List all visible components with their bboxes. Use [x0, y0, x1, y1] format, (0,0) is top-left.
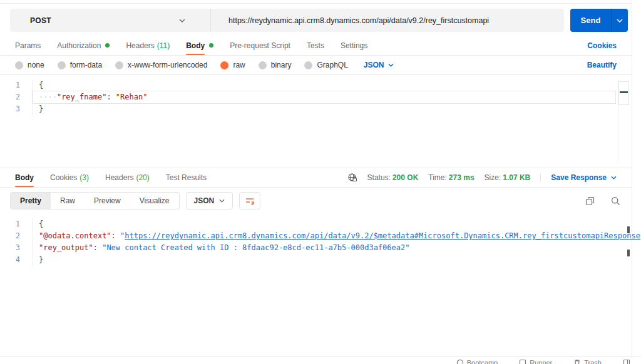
wrap-text-icon [245, 197, 255, 205]
send-button[interactable]: Send [570, 9, 628, 32]
line-number: 4 [0, 254, 33, 266]
code-token: { [39, 220, 43, 228]
response-meta: Status:200 OK Time:273 ms Size:1.07 KB S… [347, 168, 617, 187]
body-mode-binary-label: binary [271, 61, 292, 69]
minimap-viewport [618, 81, 629, 105]
code-line: 4 } [0, 254, 615, 266]
response-headers-count: (20) [136, 173, 149, 182]
chevron-down-icon [219, 199, 225, 203]
view-tab-preview[interactable]: Preview [85, 193, 130, 209]
response-tab-headers[interactable]: Headers (20) [105, 168, 150, 187]
tab-tests-label: Tests [307, 41, 324, 50]
radio-icon [304, 61, 312, 69]
code-line: 2 "@odata.context": "https://reydynamic.… [0, 230, 615, 242]
trash-button[interactable]: Trash [573, 359, 602, 364]
time-value: 273 ms [449, 173, 474, 182]
console-panel-button[interactable] [623, 359, 633, 364]
panel-icon [623, 359, 630, 364]
line-number: 3 [0, 242, 33, 254]
body-mode-form-data[interactable]: form-data [58, 61, 102, 69]
response-code: 1 { 2 "@odata.context": "https://reydyna… [0, 218, 615, 266]
response-tab-body-label: Body [15, 173, 34, 182]
beautify-link[interactable]: Beautify [587, 61, 617, 69]
response-format-select[interactable]: JSON [186, 192, 233, 210]
code-token: } [39, 104, 43, 113]
chevron-down-icon [179, 19, 185, 23]
code-line: 3 } [0, 103, 615, 115]
body-mode-none[interactable]: none [15, 61, 44, 69]
cookies-link-label: Cookies [587, 41, 617, 50]
tab-headers-label: Headers [126, 41, 154, 50]
response-tab-headers-label: Headers [105, 173, 133, 182]
response-tab-cookies[interactable]: Cookies (3) [50, 168, 89, 187]
json-key: "rey_fname" [57, 93, 106, 101]
tab-headers[interactable]: Headers (11) [126, 36, 170, 55]
editor-minimap[interactable] [618, 79, 629, 163]
body-mode-graphql[interactable]: GraphQL [304, 61, 347, 69]
code-line: 1 { [0, 79, 615, 91]
tab-params[interactable]: Params [15, 36, 41, 55]
odata-context-link[interactable]: https://reydynamic.api.crm8.dynamics.com… [125, 231, 640, 240]
cookies-count: (3) [79, 173, 89, 182]
cookies-link[interactable]: Cookies [587, 36, 617, 55]
line-number: 3 [0, 103, 33, 115]
radio-selected-icon [220, 61, 228, 69]
send-options-button[interactable] [611, 9, 628, 32]
send-label: Send [570, 9, 611, 32]
search-button[interactable] [611, 196, 620, 206]
view-tab-visualize[interactable]: Visualize [130, 193, 179, 209]
code-token: : [111, 231, 120, 240]
request-tabs: Params Authorization Headers (11) Body P… [0, 36, 632, 56]
radio-icon [15, 61, 23, 69]
network-globe-lock-icon[interactable] [347, 173, 357, 183]
response-tab-body[interactable]: Body [15, 168, 34, 187]
body-mode-row: none form-data x-www-form-urlencoded raw… [0, 56, 632, 74]
tab-pre-request-script[interactable]: Pre-request Script [230, 36, 290, 55]
bootcamp-button[interactable]: Bootcamp [456, 359, 498, 364]
runner-button[interactable]: Runner [519, 359, 552, 364]
runner-icon [519, 359, 526, 364]
raw-format-select[interactable]: JSON [364, 61, 394, 69]
tab-authorization-label: Authorization [57, 41, 101, 50]
bottom-status-bar: Bootcamp Runner Trash [0, 356, 641, 364]
tab-body[interactable]: Body [186, 36, 213, 55]
code-line: 1 { [0, 218, 615, 230]
request-body-editor[interactable]: 1 { 2 ····"rey_fname": "Rehan" 3 } [0, 74, 632, 168]
method-select[interactable]: POST [10, 9, 210, 32]
green-dot [105, 43, 110, 48]
copy-icon [585, 196, 595, 206]
tab-settings[interactable]: Settings [341, 36, 367, 55]
radio-icon [58, 61, 66, 69]
code-line: 3 "rey_output": "New contact Created wit… [0, 242, 615, 254]
response-tab-test-results[interactable]: Test Results [166, 168, 207, 187]
body-mode-binary[interactable]: binary [259, 61, 292, 69]
status-badge: Status:200 OK [367, 173, 419, 182]
response-body-viewer[interactable]: 1 { 2 "@odata.context": "https://reydyna… [0, 214, 632, 356]
body-mode-raw[interactable]: raw [220, 61, 245, 69]
size-label: Size: [485, 173, 501, 182]
tab-settings-label: Settings [341, 41, 367, 50]
tab-body-label: Body [186, 41, 205, 50]
view-tab-pretty[interactable]: Pretty [11, 193, 51, 209]
bootcamp-icon [456, 359, 464, 364]
radio-icon [115, 61, 123, 69]
wrap-text-button[interactable] [239, 192, 260, 210]
body-mode-graphql-label: GraphQL [317, 61, 347, 69]
body-mode-urlencoded-label: x-www-form-urlencoded [128, 61, 207, 69]
tab-tests[interactable]: Tests [307, 36, 324, 55]
body-mode-urlencoded[interactable]: x-www-form-urlencoded [115, 61, 207, 69]
code-token: : [106, 93, 115, 101]
body-mode-form-data-label: form-data [70, 61, 102, 69]
view-tab-raw[interactable]: Raw [51, 193, 85, 209]
save-response-button[interactable]: Save Response [540, 173, 617, 182]
url-input[interactable]: https://reydynamic.api.crm8.dynamics.com… [210, 9, 564, 32]
search-icon [611, 196, 620, 206]
url-text: https://reydynamic.api.crm8.dynamics.com… [228, 16, 489, 25]
tab-authorization[interactable]: Authorization [57, 36, 110, 55]
code-line: 2 ····"rey_fname": "Rehan" [0, 91, 615, 103]
copy-button[interactable] [585, 196, 595, 206]
runner-label: Runner [530, 359, 552, 364]
tab-params-label: Params [15, 41, 41, 50]
status-value: 200 OK [392, 173, 418, 182]
line-number: 2 [0, 91, 33, 103]
